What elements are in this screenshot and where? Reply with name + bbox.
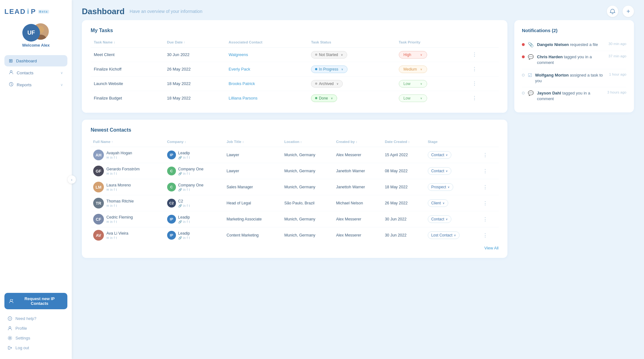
company-twitter-icon[interactable]: t: [189, 156, 190, 159]
stage-badge[interactable]: Contact ∨: [428, 167, 451, 175]
twitter-icon[interactable]: t: [116, 220, 117, 224]
linkedin-icon[interactable]: in: [110, 172, 113, 175]
company-link-icon[interactable]: 🔗: [178, 236, 182, 240]
task-menu-button[interactable]: ⋮: [470, 94, 479, 102]
col-stage: Stage: [425, 139, 478, 147]
view-all-link[interactable]: View All: [91, 243, 499, 250]
settings-label: Settings: [15, 336, 30, 340]
company-link-icon[interactable]: 🔗: [178, 172, 182, 175]
sidebar-item-contacts[interactable]: Contacts ∨: [4, 67, 67, 78]
company-twitter-icon[interactable]: t: [189, 204, 190, 208]
task-status-badge[interactable]: Archived ∨: [311, 80, 343, 88]
task-contact-link[interactable]: Lilliana Parsons: [229, 96, 257, 100]
sidebar-item-reports[interactable]: Reports ∨: [4, 79, 67, 90]
facebook-icon[interactable]: f: [114, 204, 115, 208]
sidebar-collapse-button[interactable]: ‹: [68, 175, 76, 184]
request-ip-contacts-button[interactable]: Request new IP Contacts: [4, 293, 67, 309]
company-link-icon[interactable]: 🔗: [178, 188, 182, 191]
task-status-badge[interactable]: Not Started ∨: [311, 51, 347, 59]
company-link-icon[interactable]: 🔗: [178, 156, 182, 159]
contact-social-icons: ✉ in f t: [106, 236, 128, 240]
company-twitter-icon[interactable]: t: [189, 220, 190, 224]
company-link-icon[interactable]: 🔗: [178, 204, 182, 208]
nav-profile[interactable]: Profile: [4, 323, 67, 333]
company-linkedin-icon[interactable]: in: [183, 188, 186, 191]
task-contact-link[interactable]: Brooks Patrick: [229, 81, 255, 86]
task-menu-button[interactable]: ⋮: [470, 51, 479, 59]
sidebar-item-dashboard[interactable]: ⊞ Dashboard: [4, 55, 67, 66]
contact-menu-button[interactable]: ⋮: [481, 199, 490, 207]
contact-menu-button[interactable]: ⋮: [481, 151, 490, 159]
company-facebook-icon[interactable]: f: [187, 236, 188, 240]
nav-help[interactable]: ? Need help?: [4, 314, 67, 323]
facebook-icon[interactable]: f: [114, 172, 115, 175]
stage-badge[interactable]: Prospect ∨: [428, 183, 453, 191]
company-linkedin-icon[interactable]: in: [183, 220, 186, 224]
task-menu-button[interactable]: ⋮: [470, 65, 479, 73]
linkedin-icon[interactable]: in: [110, 188, 113, 191]
facebook-icon[interactable]: f: [114, 188, 115, 191]
email-icon[interactable]: ✉: [106, 220, 109, 224]
twitter-icon[interactable]: t: [116, 172, 117, 175]
company-linkedin-icon[interactable]: in: [183, 236, 186, 240]
email-icon[interactable]: ✉: [106, 172, 109, 175]
email-icon[interactable]: ✉: [106, 236, 109, 240]
nav-logout[interactable]: Log out: [4, 343, 67, 353]
facebook-icon[interactable]: f: [114, 220, 115, 224]
task-menu-button[interactable]: ⋮: [470, 80, 479, 88]
stage-badge[interactable]: Client ∨: [428, 199, 448, 207]
contact-menu-cell: ⋮: [478, 147, 499, 163]
facebook-icon[interactable]: f: [114, 236, 115, 240]
company-link-icon[interactable]: 🔗: [178, 220, 182, 224]
twitter-icon[interactable]: t: [116, 236, 117, 240]
notification-dot-empty: [522, 74, 525, 77]
task-contact-link[interactable]: Walgreens: [229, 52, 248, 57]
twitter-icon[interactable]: t: [116, 188, 117, 191]
company-facebook-icon[interactable]: f: [187, 188, 188, 191]
task-contact-cell: Brooks Patrick: [225, 77, 308, 91]
twitter-icon[interactable]: t: [116, 204, 117, 208]
notification-bell-button[interactable]: [607, 6, 618, 17]
task-row: Finalize Kichoff 26 May 2022 Everly Pack…: [91, 62, 499, 77]
linkedin-icon[interactable]: in: [110, 236, 113, 240]
linkedin-icon[interactable]: in: [110, 204, 113, 208]
contact-menu-button[interactable]: ⋮: [481, 183, 490, 191]
twitter-icon[interactable]: t: [116, 156, 117, 159]
stage-badge[interactable]: Contact ∨: [428, 215, 451, 223]
company-facebook-icon[interactable]: f: [187, 204, 188, 208]
company-twitter-icon[interactable]: t: [189, 172, 190, 175]
company-linkedin-icon[interactable]: in: [183, 204, 186, 208]
contact-menu-button[interactable]: ⋮: [481, 215, 490, 223]
notification-sender: Chris Harden: [537, 54, 563, 59]
company-linkedin-icon[interactable]: in: [183, 172, 186, 175]
stage-badge[interactable]: Lost Contact ∨: [428, 231, 460, 239]
contact-menu-button[interactable]: ⋮: [481, 167, 490, 175]
task-contact-link[interactable]: Everly Pack: [229, 67, 250, 71]
email-icon[interactable]: ✉: [106, 204, 109, 208]
task-status-badge[interactable]: Done ∨: [311, 94, 337, 102]
page-subtitle: Have an overview of your information: [130, 9, 202, 14]
svg-point-10: [9, 337, 11, 339]
company-facebook-icon[interactable]: f: [187, 156, 188, 159]
add-button[interactable]: +: [623, 6, 634, 17]
email-icon[interactable]: ✉: [106, 156, 109, 159]
linkedin-icon[interactable]: in: [110, 220, 113, 224]
task-priority-badge[interactable]: Low ∨: [399, 94, 427, 102]
task-priority-badge[interactable]: Low ∨: [399, 80, 427, 88]
task-priority-badge[interactable]: High ∨: [399, 51, 427, 59]
email-icon[interactable]: ✉: [106, 188, 109, 191]
stage-badge[interactable]: Contact ∨: [428, 151, 451, 159]
contact-menu-button[interactable]: ⋮: [481, 231, 490, 239]
linkedin-icon[interactable]: in: [110, 156, 113, 159]
company-linkedin-icon[interactable]: in: [183, 156, 186, 159]
task-priority-badge[interactable]: Medium ∨: [399, 66, 427, 73]
nav-settings[interactable]: Settings: [4, 333, 67, 343]
contact-job-cell: Sales Manager: [224, 179, 282, 195]
contact-job-cell: Marketing Associate: [224, 211, 282, 227]
company-facebook-icon[interactable]: f: [187, 172, 188, 175]
company-twitter-icon[interactable]: t: [189, 188, 190, 191]
company-twitter-icon[interactable]: t: [189, 236, 190, 240]
company-facebook-icon[interactable]: f: [187, 220, 188, 224]
task-status-badge[interactable]: In Progress ∨: [311, 66, 347, 73]
facebook-icon[interactable]: f: [114, 156, 115, 159]
